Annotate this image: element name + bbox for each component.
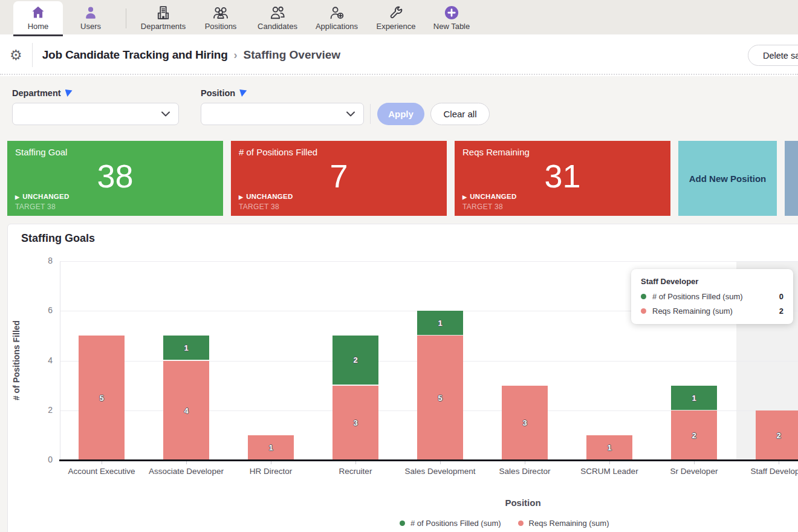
breadcrumb-divider: [32, 43, 33, 67]
breadcrumb-bar: ⚙ Job Candidate Tracking and Hiring › St…: [0, 36, 798, 75]
kpi-target: TARGET 38: [15, 203, 56, 211]
nav-tab-label: Users: [80, 22, 101, 31]
bar-segment-staff-developer[interactable]: 2: [756, 410, 798, 460]
experience-icon: [388, 3, 404, 22]
tooltip-value: 2: [779, 307, 783, 316]
x-axis-category-label: Account Executive: [56, 467, 147, 476]
nav-tab-home[interactable]: Home: [13, 1, 63, 34]
bar-segment-associate-developer[interactable]: 1: [163, 336, 209, 360]
position-filter-select[interactable]: [201, 103, 364, 125]
x-axis-category-label: Sales Development: [395, 467, 485, 476]
nav-tab-label: Home: [28, 22, 49, 31]
x-axis-tick: [694, 461, 695, 464]
tooltip-label: Reqs Remaining (sum): [652, 307, 779, 316]
nav-tab-label: Experience: [376, 22, 415, 31]
kpi-card--of-positions-filled[interactable]: # of Positions Filled7▶UNCHANGEDTARGET 3…: [231, 141, 447, 216]
tooltip-label: # of Positions Filled (sum): [652, 292, 779, 301]
bar-value-label: 5: [438, 394, 442, 403]
kpi-value: 31: [455, 154, 670, 198]
trend-marker-icon: ▶: [239, 194, 243, 200]
bar-segment-account-executive[interactable]: 5: [79, 336, 125, 460]
kpi-target: TARGET 38: [462, 203, 503, 211]
dashboard-content: Department Position Apply Clear all Staf…: [0, 76, 798, 532]
chart-title: Staffing Goals: [21, 232, 95, 245]
x-axis-tick: [440, 461, 441, 464]
legend-dot-icon: [518, 521, 524, 526]
delete-sample-data-button[interactable]: Delete sample data: [748, 45, 798, 66]
legend-label: Reqs Remaining (sum): [529, 519, 609, 528]
bar-value-label: 3: [353, 418, 357, 427]
bar-segment-sales-development[interactable]: 1: [417, 311, 463, 336]
x-axis-tick: [271, 461, 271, 464]
x-axis-category-label: Associate Developer: [141, 467, 232, 476]
home-icon: [30, 3, 47, 22]
bar-segment-sr-developer[interactable]: 2: [671, 410, 717, 460]
y-axis-tick-label: 6: [28, 305, 53, 315]
y-axis-title: # of Positions Filled: [11, 261, 24, 460]
applications-icon: [328, 3, 346, 22]
nav-tab-users[interactable]: Users: [63, 0, 118, 34]
nav-tab-positions[interactable]: Positions: [193, 0, 248, 34]
legend-dot-icon: [400, 521, 405, 526]
y-axis-line: [60, 261, 60, 460]
x-axis-category-label: HR Director: [225, 467, 316, 476]
nav-tab-applications[interactable]: Applications: [307, 0, 367, 34]
legend-item[interactable]: # of Positions Filled (sum): [400, 519, 501, 528]
chevron-down-icon: [346, 111, 355, 117]
bar-value-label: 1: [692, 394, 696, 403]
kpi-card-blank: [785, 141, 798, 216]
app-title: Job Candidate Tracking and Hiring: [42, 48, 228, 62]
x-axis-tick: [355, 461, 356, 464]
bar-segment-recruiter[interactable]: 3: [332, 386, 378, 460]
gridline: [60, 261, 798, 262]
nav-group-divider: [126, 8, 126, 28]
x-axis-category-label: Recruiter: [310, 467, 401, 476]
bar-segment-scrum-leader[interactable]: 1: [586, 435, 632, 460]
x-axis-category-label: Sales Director: [479, 467, 570, 476]
nav-tab-experience[interactable]: Experience: [367, 0, 425, 34]
nav-tab-candidates[interactable]: Candidates: [248, 0, 307, 34]
bar-value-label: 4: [184, 406, 188, 415]
clear-filters-button[interactable]: Clear all: [430, 103, 490, 125]
x-axis-category-label: Sr Developer: [649, 467, 739, 476]
filter-flag-icon: [239, 89, 247, 97]
nav-tab-new-table[interactable]: New Table: [425, 0, 478, 34]
tooltip-title: Staff Developer: [641, 277, 783, 286]
tooltip-row: Reqs Remaining (sum)2: [641, 307, 783, 316]
bar-segment-sr-developer[interactable]: 1: [671, 386, 717, 410]
bar-segment-sales-director[interactable]: 3: [502, 386, 548, 460]
positions-icon: [212, 3, 230, 22]
x-axis-tick: [609, 461, 610, 464]
kpi-target: TARGET 38: [239, 203, 279, 211]
settings-gear-icon[interactable]: ⚙: [10, 48, 22, 62]
department-filter-select[interactable]: [12, 103, 179, 125]
position-filter-label: Position: [201, 88, 247, 98]
x-axis-line: [59, 459, 798, 461]
x-axis-tick: [186, 461, 187, 464]
chart-legend: # of Positions Filled (sum)Reqs Remainin…: [400, 519, 609, 528]
bar-value-label: 2: [692, 431, 696, 440]
bar-segment-hr-director[interactable]: 1: [248, 435, 294, 460]
chevron-down-icon: [161, 111, 170, 117]
chart-tooltip: Staff Developer# of Positions Filled (su…: [631, 269, 793, 324]
legend-item[interactable]: Reqs Remaining (sum): [518, 519, 609, 528]
top-navigation: HomeUsersDepartmentsPositionsCandidatesA…: [0, 0, 798, 34]
kpi-card-reqs-remaining[interactable]: Reqs Remaining31▶UNCHANGEDTARGET 38: [455, 141, 670, 216]
y-axis-tick-label: 2: [28, 405, 53, 415]
bar-segment-recruiter[interactable]: 2: [332, 336, 378, 385]
tooltip-dot-icon: [641, 294, 646, 299]
bar-value-label: 2: [353, 355, 357, 365]
y-axis-tick-label: 8: [28, 256, 53, 265]
bar-segment-sales-development[interactable]: 5: [417, 336, 463, 460]
bar-segment-associate-developer[interactable]: 4: [163, 361, 209, 461]
kpi-card-staffing-goal[interactable]: Staffing Goal38▶UNCHANGEDTARGET 38: [7, 141, 223, 216]
nav-tab-departments[interactable]: Departments: [134, 0, 193, 34]
kpi-card-add-new-position[interactable]: Add New Position: [678, 141, 777, 216]
kpi-trend: ▶UNCHANGED: [15, 193, 70, 200]
nav-tab-label: Candidates: [258, 22, 297, 31]
tooltip-row: # of Positions Filled (sum)0: [641, 292, 783, 301]
filter-flag-icon: [65, 89, 73, 97]
app-window: HomeUsersDepartmentsPositionsCandidatesA…: [0, 0, 798, 532]
apply-filters-button[interactable]: Apply: [377, 103, 424, 125]
users-icon: [82, 3, 99, 22]
